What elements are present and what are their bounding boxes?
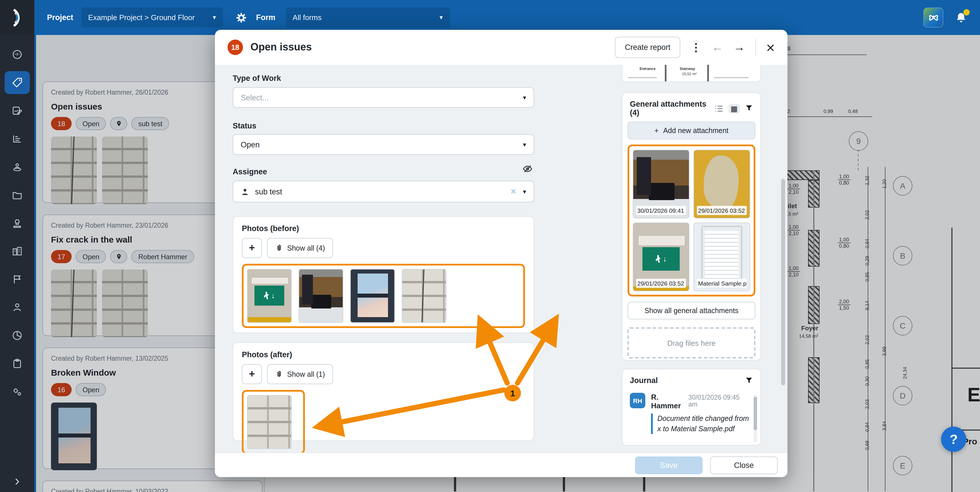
sidebar-item-milestones[interactable] xyxy=(5,268,30,291)
photos-before-title: Photos (before) xyxy=(242,224,525,233)
paperclip-icon xyxy=(275,370,283,379)
paperclip-icon xyxy=(275,244,283,252)
journal-entry-text: Document title changed from x to Materia… xyxy=(651,414,753,435)
drag-files-dropzone[interactable]: Drag files here xyxy=(628,327,755,358)
photo-brick[interactable] xyxy=(247,395,292,449)
sidebar-item-approvals[interactable] xyxy=(5,212,30,234)
mini-plan-area-label: 15,52 m² xyxy=(682,72,697,76)
sidebar-item-analytics[interactable] xyxy=(5,324,30,347)
avatar: RH xyxy=(630,393,645,408)
photo-exit-sign[interactable]: ↓ xyxy=(247,269,292,323)
sidebar-item-tickets[interactable] xyxy=(5,71,30,94)
tag-icon xyxy=(11,77,23,88)
project-dropdown-value: Example Project > Ground Floor xyxy=(88,13,195,22)
sidebar-item-contacts[interactable] xyxy=(5,296,30,319)
status-select[interactable]: Open ▾ xyxy=(233,134,534,155)
exit-runner-glyph xyxy=(264,291,269,299)
kebab-menu-button[interactable]: ⋮ xyxy=(690,41,702,54)
flag-icon xyxy=(11,274,23,285)
journal-title: Journal xyxy=(630,376,658,385)
sidebar-item-reports[interactable] xyxy=(5,127,30,150)
notification-dot-badge xyxy=(963,9,970,15)
form-dropdown[interactable]: All forms ▾ xyxy=(286,8,450,27)
expand-chevron-icon: › xyxy=(14,472,19,489)
header-divider xyxy=(755,39,756,56)
annotation-step-number: 1 xyxy=(504,385,521,401)
ticket-id-badge: 18 xyxy=(228,40,243,55)
sidebar-item-tasks[interactable] xyxy=(5,352,30,375)
list-view-icon[interactable] xyxy=(714,105,723,112)
save-button[interactable]: Save xyxy=(635,457,703,474)
add-photo-button[interactable]: + xyxy=(242,238,262,258)
show-all-photos-button[interactable]: Show all (1) xyxy=(267,364,333,384)
app-logo[interactable] xyxy=(0,0,34,35)
attachment-photo[interactable]: 30/01/2026 09:41 am xyxy=(633,150,689,218)
sidebar-item-companies[interactable] xyxy=(5,240,30,263)
modal-scrollbar[interactable] xyxy=(781,179,785,385)
modal-title: Open issues xyxy=(250,41,312,53)
help-button[interactable]: ? xyxy=(941,427,966,452)
chevron-down-icon: ▾ xyxy=(523,188,526,195)
modal-footer: Save Close xyxy=(215,452,788,477)
attachment-photo[interactable]: ↓ 29/01/2026 03:52 pm xyxy=(633,223,689,291)
sidebar-item-locations[interactable] xyxy=(5,155,30,178)
attachment-date-label: 29/01/2026 03:52 pm xyxy=(697,206,747,215)
attachment-date-label: 29/01/2026 03:52 pm xyxy=(636,279,686,288)
gear-icon xyxy=(235,12,247,23)
photo-brick-crack[interactable] xyxy=(402,269,447,323)
sidebar-item-documents[interactable] xyxy=(5,183,30,207)
filter-funnel-icon[interactable] xyxy=(745,104,753,112)
modal-header: 18 Open issues Create report ⋮ ← → × xyxy=(215,30,788,65)
settings-gear-button[interactable] xyxy=(235,12,247,23)
journal-author: R. Hammer xyxy=(651,393,688,410)
plus-icon: + xyxy=(654,126,659,134)
form-label: Form xyxy=(256,13,276,22)
attachment-filename-label: Material Sample.pdf xyxy=(697,279,747,288)
plan-location-card[interactable]: Entrance Stairway 15,52 m² xyxy=(622,65,761,82)
buildings-icon xyxy=(11,245,23,257)
sidebar-item-forms[interactable] xyxy=(5,99,30,122)
create-report-button[interactable]: Create report xyxy=(615,37,680,58)
project-dropdown[interactable]: Example Project > Ground Floor ▾ xyxy=(81,8,223,27)
app-switcher-button[interactable] xyxy=(923,8,943,27)
photo-toolbox[interactable] xyxy=(299,269,343,323)
chevron-down-icon: ▾ xyxy=(523,141,526,148)
person-icon xyxy=(241,187,249,196)
attachment-document[interactable]: Material Sample.pdf xyxy=(694,223,750,291)
sidebar-item-dashboard[interactable] xyxy=(5,43,30,66)
photos-after-highlight-box xyxy=(242,390,305,453)
close-icon[interactable]: × xyxy=(766,41,775,53)
mini-plan-stairway-label: Stairway xyxy=(680,67,695,70)
general-attachments-card: General attachments (4) ▦ + Add new atta… xyxy=(622,92,761,361)
modal-header-actions: Create report ⋮ ← → × xyxy=(615,37,775,58)
photos-after-title: Photos (after) xyxy=(242,350,525,359)
filter-funnel-icon[interactable] xyxy=(745,376,753,384)
chevron-down-icon: ▾ xyxy=(205,14,216,21)
add-new-attachment-button[interactable]: + Add new attachment xyxy=(628,121,755,139)
form-dropdown-value: All forms xyxy=(293,13,321,22)
grid-view-icon[interactable]: ▦ xyxy=(728,103,740,113)
app-root: Project Example Project > Ground Floor ▾… xyxy=(0,0,980,492)
close-button[interactable]: Close xyxy=(710,457,778,474)
next-ticket-button[interactable]: → xyxy=(733,41,745,54)
journal-scrollbar[interactable] xyxy=(754,395,757,443)
left-nav-sidebar: › xyxy=(0,35,36,492)
show-all-general-attachments-button[interactable]: Show all general attachments xyxy=(628,302,755,319)
previous-ticket-button[interactable]: ← xyxy=(712,41,723,54)
show-all-photos-button[interactable]: Show all (4) xyxy=(267,238,333,258)
type-of-work-select[interactable]: Select... ▾ xyxy=(233,87,534,108)
notifications-button[interactable] xyxy=(955,11,967,24)
chart-icon xyxy=(11,133,23,145)
ticket-detail-modal: 18 Open issues Create report ⋮ ← → × Typ… xyxy=(215,30,788,477)
photo-broken-window[interactable] xyxy=(350,269,395,323)
photos-before-card: Photos (before) + Show all (4) ↓ xyxy=(233,216,534,333)
clear-selection-icon[interactable]: × xyxy=(511,186,516,197)
hide-field-button[interactable] xyxy=(522,163,533,174)
assignee-select[interactable]: sub test × ▾ xyxy=(233,181,534,202)
add-photo-button[interactable]: + xyxy=(242,364,262,384)
sidebar-item-settings[interactable] xyxy=(5,380,30,403)
chevron-down-icon: ▾ xyxy=(431,14,443,21)
attachment-photo[interactable]: 29/01/2026 03:52 pm xyxy=(694,150,750,218)
sidebar-expand-button[interactable]: › xyxy=(14,475,19,486)
dashboard-icon xyxy=(11,49,23,60)
